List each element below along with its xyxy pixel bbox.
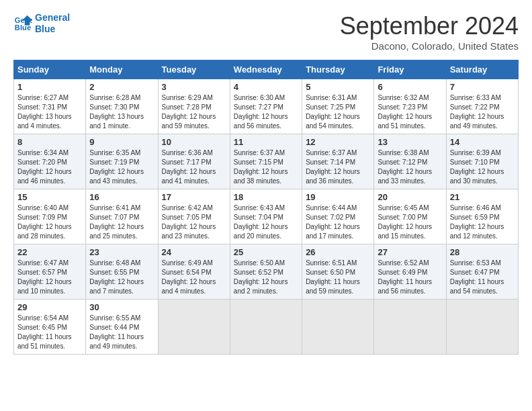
main-container: General Blue General Blue September 2024…	[0, 0, 532, 361]
calendar-cell: 24Sunrise: 6:49 AM Sunset: 6:54 PM Dayli…	[158, 244, 230, 300]
day-number: 6	[378, 82, 442, 92]
day-number: 16	[89, 192, 154, 202]
calendar-cell: 8Sunrise: 6:34 AM Sunset: 7:20 PM Daylig…	[14, 134, 86, 189]
calendar-header-row: SundayMondayTuesdayWednesdayThursdayFrid…	[14, 60, 519, 79]
subtitle: Dacono, Colorado, United States	[340, 40, 519, 52]
day-info: Sunrise: 6:37 AM Sunset: 7:14 PM Dayligh…	[306, 148, 370, 186]
day-number: 1	[17, 82, 82, 92]
day-info: Sunrise: 6:55 AM Sunset: 6:44 PM Dayligh…	[89, 314, 154, 351]
calendar-week-row: 15Sunrise: 6:40 AM Sunset: 7:09 PM Dayli…	[14, 189, 519, 244]
day-number: 8	[17, 137, 82, 147]
day-header-friday: Friday	[374, 60, 446, 79]
day-info: Sunrise: 6:40 AM Sunset: 7:09 PM Dayligh…	[17, 203, 82, 241]
day-number: 23	[89, 247, 154, 257]
day-info: Sunrise: 6:41 AM Sunset: 7:07 PM Dayligh…	[89, 203, 154, 241]
calendar-cell: 5Sunrise: 6:31 AM Sunset: 7:25 PM Daylig…	[302, 79, 374, 134]
calendar-cell	[302, 300, 374, 355]
calendar-cell: 20Sunrise: 6:45 AM Sunset: 7:00 PM Dayli…	[374, 189, 446, 244]
calendar-cell: 7Sunrise: 6:33 AM Sunset: 7:22 PM Daylig…	[446, 79, 518, 134]
day-number: 3	[162, 82, 226, 92]
calendar-table: SundayMondayTuesdayWednesdayThursdayFrid…	[13, 60, 519, 355]
title-area: September 2024 Dacono, Colorado, United …	[340, 12, 519, 52]
calendar-cell: 4Sunrise: 6:30 AM Sunset: 7:27 PM Daylig…	[230, 79, 302, 134]
calendar-week-row: 22Sunrise: 6:47 AM Sunset: 6:57 PM Dayli…	[14, 244, 519, 300]
day-info: Sunrise: 6:43 AM Sunset: 7:04 PM Dayligh…	[234, 203, 298, 241]
calendar-cell: 11Sunrise: 6:37 AM Sunset: 7:15 PM Dayli…	[230, 134, 302, 189]
calendar-cell: 17Sunrise: 6:42 AM Sunset: 7:05 PM Dayli…	[158, 189, 230, 244]
calendar-cell: 3Sunrise: 6:29 AM Sunset: 7:28 PM Daylig…	[158, 79, 230, 134]
calendar-cell: 12Sunrise: 6:37 AM Sunset: 7:14 PM Dayli…	[302, 134, 374, 189]
day-header-thursday: Thursday	[302, 60, 374, 79]
calendar-cell: 10Sunrise: 6:36 AM Sunset: 7:17 PM Dayli…	[158, 134, 230, 189]
day-number: 26	[306, 247, 370, 257]
day-info: Sunrise: 6:45 AM Sunset: 7:00 PM Dayligh…	[378, 203, 442, 241]
month-title: September 2024	[340, 12, 519, 40]
logo-line1: General	[35, 12, 70, 24]
day-info: Sunrise: 6:46 AM Sunset: 6:59 PM Dayligh…	[450, 203, 515, 241]
logo-line2: Blue	[35, 24, 70, 35]
calendar-cell: 13Sunrise: 6:38 AM Sunset: 7:12 PM Dayli…	[374, 134, 446, 189]
day-info: Sunrise: 6:34 AM Sunset: 7:20 PM Dayligh…	[17, 148, 82, 186]
calendar-cell: 9Sunrise: 6:35 AM Sunset: 7:19 PM Daylig…	[86, 134, 158, 189]
day-number: 30	[89, 302, 154, 312]
day-number: 27	[378, 247, 442, 257]
day-info: Sunrise: 6:36 AM Sunset: 7:17 PM Dayligh…	[162, 148, 226, 186]
day-number: 28	[450, 247, 515, 257]
header: General Blue General Blue September 2024…	[13, 12, 519, 52]
day-info: Sunrise: 6:31 AM Sunset: 7:25 PM Dayligh…	[306, 93, 370, 131]
calendar-cell: 15Sunrise: 6:40 AM Sunset: 7:09 PM Dayli…	[14, 189, 86, 244]
calendar-cell: 6Sunrise: 6:32 AM Sunset: 7:23 PM Daylig…	[374, 79, 446, 134]
day-info: Sunrise: 6:28 AM Sunset: 7:30 PM Dayligh…	[89, 93, 154, 131]
day-number: 12	[306, 137, 370, 147]
calendar-cell: 14Sunrise: 6:39 AM Sunset: 7:10 PM Dayli…	[446, 134, 518, 189]
day-info: Sunrise: 6:30 AM Sunset: 7:27 PM Dayligh…	[234, 93, 298, 131]
day-info: Sunrise: 6:54 AM Sunset: 6:45 PM Dayligh…	[17, 314, 82, 351]
calendar-cell: 16Sunrise: 6:41 AM Sunset: 7:07 PM Dayli…	[86, 189, 158, 244]
calendar-cell	[374, 300, 446, 355]
calendar-cell: 28Sunrise: 6:53 AM Sunset: 6:47 PM Dayli…	[446, 244, 518, 300]
calendar-cell: 22Sunrise: 6:47 AM Sunset: 6:57 PM Dayli…	[14, 244, 86, 300]
calendar-cell: 18Sunrise: 6:43 AM Sunset: 7:04 PM Dayli…	[230, 189, 302, 244]
day-number: 22	[17, 247, 82, 257]
day-number: 2	[89, 82, 154, 92]
calendar-cell: 1Sunrise: 6:27 AM Sunset: 7:31 PM Daylig…	[14, 79, 86, 134]
day-number: 25	[234, 247, 298, 257]
day-info: Sunrise: 6:32 AM Sunset: 7:23 PM Dayligh…	[378, 93, 442, 131]
day-info: Sunrise: 6:50 AM Sunset: 6:52 PM Dayligh…	[234, 259, 298, 296]
day-number: 29	[17, 302, 82, 312]
day-info: Sunrise: 6:38 AM Sunset: 7:12 PM Dayligh…	[378, 148, 442, 186]
day-info: Sunrise: 6:37 AM Sunset: 7:15 PM Dayligh…	[234, 148, 298, 186]
day-number: 20	[378, 192, 442, 202]
calendar-cell: 19Sunrise: 6:44 AM Sunset: 7:02 PM Dayli…	[302, 189, 374, 244]
logo: General Blue General Blue	[13, 12, 70, 35]
day-info: Sunrise: 6:48 AM Sunset: 6:55 PM Dayligh…	[89, 259, 154, 296]
calendar-cell: 25Sunrise: 6:50 AM Sunset: 6:52 PM Dayli…	[230, 244, 302, 300]
day-number: 21	[450, 192, 515, 202]
day-number: 18	[234, 192, 298, 202]
day-info: Sunrise: 6:47 AM Sunset: 6:57 PM Dayligh…	[17, 259, 82, 296]
day-info: Sunrise: 6:49 AM Sunset: 6:54 PM Dayligh…	[162, 259, 226, 296]
calendar-cell: 26Sunrise: 6:51 AM Sunset: 6:50 PM Dayli…	[302, 244, 374, 300]
calendar-cell: 27Sunrise: 6:52 AM Sunset: 6:49 PM Dayli…	[374, 244, 446, 300]
day-header-sunday: Sunday	[14, 60, 86, 79]
day-header-monday: Monday	[86, 60, 158, 79]
day-info: Sunrise: 6:53 AM Sunset: 6:47 PM Dayligh…	[450, 259, 515, 296]
calendar-body: 1Sunrise: 6:27 AM Sunset: 7:31 PM Daylig…	[14, 79, 519, 355]
calendar-cell: 21Sunrise: 6:46 AM Sunset: 6:59 PM Dayli…	[446, 189, 518, 244]
calendar-cell: 23Sunrise: 6:48 AM Sunset: 6:55 PM Dayli…	[86, 244, 158, 300]
day-header-saturday: Saturday	[446, 60, 518, 79]
day-number: 17	[162, 192, 226, 202]
day-info: Sunrise: 6:39 AM Sunset: 7:10 PM Dayligh…	[450, 148, 515, 186]
day-number: 13	[378, 137, 442, 147]
day-number: 11	[234, 137, 298, 147]
calendar-week-row: 8Sunrise: 6:34 AM Sunset: 7:20 PM Daylig…	[14, 134, 519, 189]
day-number: 5	[306, 82, 370, 92]
day-number: 10	[162, 137, 226, 147]
day-header-wednesday: Wednesday	[230, 60, 302, 79]
day-number: 15	[17, 192, 82, 202]
day-info: Sunrise: 6:29 AM Sunset: 7:28 PM Dayligh…	[162, 93, 226, 131]
calendar-cell: 30Sunrise: 6:55 AM Sunset: 6:44 PM Dayli…	[86, 300, 158, 355]
day-info: Sunrise: 6:51 AM Sunset: 6:50 PM Dayligh…	[306, 259, 370, 296]
day-header-tuesday: Tuesday	[158, 60, 230, 79]
day-info: Sunrise: 6:44 AM Sunset: 7:02 PM Dayligh…	[306, 203, 370, 241]
